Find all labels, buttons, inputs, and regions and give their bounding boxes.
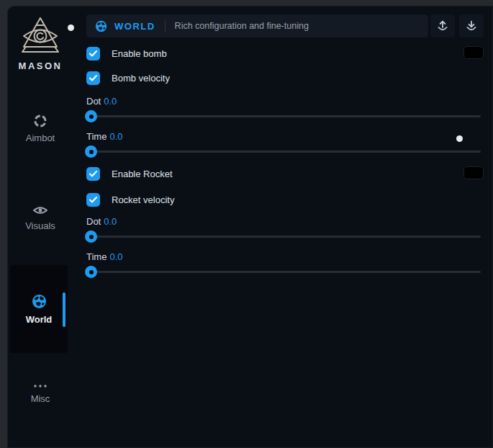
checkbox-row-enable-bomb: Enable bomb: [86, 47, 167, 61]
desktop-background: MASON Aimbot Visuals: [0, 0, 493, 448]
slider-name: Time: [86, 251, 107, 262]
sidebar-item-aimbot[interactable]: Aimbot: [7, 114, 73, 143]
check-icon: [89, 75, 97, 81]
slider-label: Time0.0: [86, 131, 122, 142]
sidebar-item-label: World: [26, 314, 53, 325]
check-icon: [89, 197, 97, 203]
dot-slider-track[interactable]: [86, 115, 481, 117]
header-divider: [165, 20, 166, 32]
dot-slider-knob[interactable]: [85, 110, 97, 122]
checkbox-label: Bomb velocity: [112, 73, 170, 84]
rocket-velocity-checkbox[interactable]: [86, 193, 100, 207]
time-slider-track[interactable]: [86, 151, 481, 153]
sidebar-item-visuals[interactable]: Visuals: [7, 205, 73, 231]
dot-slider-knob[interactable]: [85, 230, 97, 243]
checkbox-row-bomb-velocity: Bomb velocity: [86, 71, 170, 85]
sidebar-item-misc[interactable]: Misc: [7, 383, 73, 404]
bomb-velocity-checkbox[interactable]: [86, 71, 100, 85]
enable-rocket-checkbox[interactable]: [86, 167, 100, 181]
globe-icon: [95, 20, 107, 32]
check-icon: [89, 50, 97, 57]
slider-name: Time: [86, 131, 107, 142]
slider-value: 0.0: [109, 131, 122, 142]
checkbox-label: Enable bomb: [112, 48, 167, 59]
slider-value: 0.0: [109, 251, 122, 262]
sidebar-item-label: Aimbot: [26, 133, 55, 143]
checkbox-label: Rocket velocity: [112, 194, 174, 205]
slider-value: 0.0: [104, 96, 117, 107]
slider-name: Dot: [86, 216, 101, 227]
page-header: WORLD Rich configuration and fine-tuning: [86, 14, 428, 37]
brand-logo: MASON: [7, 16, 73, 71]
brand-name: MASON: [7, 61, 73, 71]
download-config-button[interactable]: [459, 14, 484, 37]
time-slider-track[interactable]: [86, 271, 481, 273]
bomb-color-swatch[interactable]: [463, 46, 484, 59]
time-slider-knob[interactable]: [85, 266, 97, 278]
crosshair-icon: [33, 114, 48, 128]
rocket-color-swatch[interactable]: [463, 166, 484, 179]
upload-icon: [436, 19, 449, 32]
sidebar-item-label: Visuals: [25, 220, 55, 231]
overlay-dot: [456, 135, 463, 142]
checkbox-label: Enable Rocket: [112, 169, 173, 179]
checkbox-row-enable-rocket: Enable Rocket: [86, 167, 173, 181]
time-slider-knob[interactable]: [85, 145, 97, 158]
sidebar-item-world[interactable]: World: [10, 265, 68, 353]
cheat-menu-window: MASON Aimbot Visuals: [7, 6, 493, 448]
slider-label: Dot0.0: [86, 216, 117, 227]
download-icon: [465, 19, 478, 32]
dot-slider-track[interactable]: [86, 236, 481, 238]
ellipsis-icon: [32, 383, 48, 389]
globe-icon: [32, 294, 47, 309]
slider-name: Dot: [86, 96, 101, 107]
page-title: WORLD: [114, 21, 155, 32]
sidebar: MASON Aimbot Visuals: [7, 6, 81, 448]
sidebar-item-label: Misc: [31, 393, 50, 404]
upload-config-button[interactable]: [430, 14, 455, 37]
enable-bomb-checkbox[interactable]: [86, 47, 100, 61]
slider-value: 0.0: [104, 216, 117, 227]
eye-pyramid-icon: [19, 16, 62, 56]
checkbox-row-rocket-velocity: Rocket velocity: [86, 193, 174, 207]
active-tab-indicator: [63, 292, 65, 327]
eye-icon: [32, 205, 48, 216]
page-subtitle: Rich configuration and fine-tuning: [175, 21, 309, 31]
check-icon: [89, 171, 97, 177]
overlay-dot: [68, 24, 74, 31]
slider-label: Dot0.0: [86, 96, 117, 107]
slider-label: Time0.0: [86, 251, 122, 262]
